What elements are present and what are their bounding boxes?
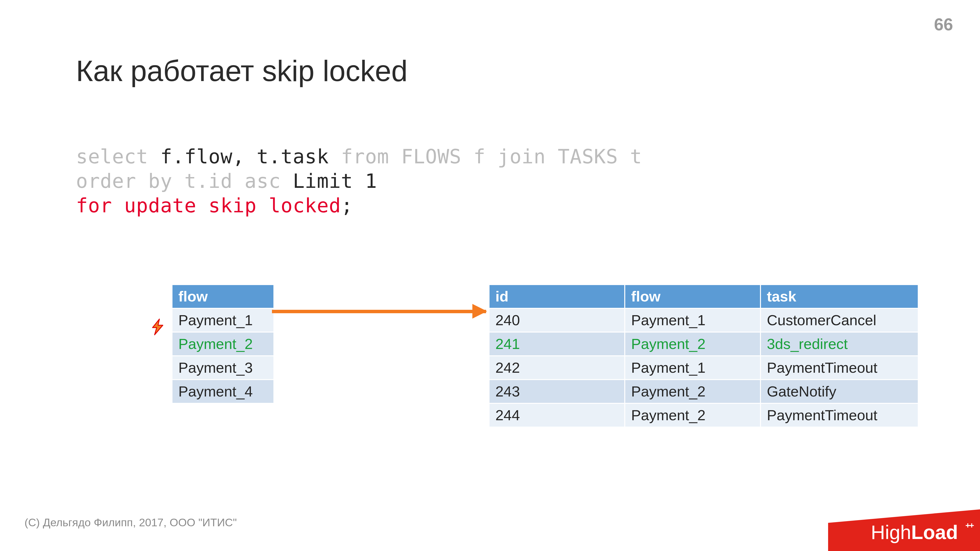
tasks-cell-id: 240 (490, 309, 624, 332)
logo-text-thin: High (871, 521, 911, 543)
table-row: Payment_2 (172, 333, 274, 355)
lightning-icon (150, 318, 167, 337)
tasks-cell-task: PaymentTimeout (761, 404, 918, 427)
table-row: 243Payment_2GateNotify (490, 380, 918, 403)
slide-title: Как работает skip locked (76, 54, 408, 88)
tasks-cell-flow: Payment_2 (625, 333, 760, 355)
table-row: Payment_1 (172, 309, 274, 332)
tasks-cell-task: GateNotify (761, 380, 918, 403)
tasks-header-id: id (490, 285, 624, 308)
sql-code-block: select f.flow, t.task from FLOWS f join … (76, 144, 642, 218)
page-number: 66 (934, 15, 953, 34)
flows-table: flow Payment_1Payment_2Payment_3Payment_… (172, 284, 274, 404)
logo-text: HighLoad (871, 521, 958, 544)
svg-marker-0 (153, 319, 163, 335)
flows-cell: Payment_3 (172, 356, 274, 379)
arrow-container (274, 284, 488, 313)
tasks-header-flow: flow (625, 285, 760, 308)
sql-semicolon: ; (341, 194, 353, 217)
flows-cell: Payment_1 (172, 309, 274, 332)
table-row: 244Payment_2PaymentTimeout (490, 404, 918, 427)
tasks-cell-flow: Payment_2 (625, 380, 760, 403)
tasks-header-task: task (761, 285, 918, 308)
table-row: 240Payment_1CustomerCancel (490, 309, 918, 332)
tasks-cell-flow: Payment_1 (625, 309, 760, 332)
sql-fields: f.flow, t.task (160, 145, 341, 168)
tasks-cell-task: CustomerCancel (761, 309, 918, 332)
flows-cell: Payment_2 (172, 333, 274, 355)
tasks-cell-task: 3ds_redirect (761, 333, 918, 355)
sql-order-by: order by t.id asc (76, 170, 293, 192)
table-row: Payment_4 (172, 380, 274, 403)
tasks-cell-id: 242 (490, 356, 624, 379)
table-row: 241Payment_23ds_redirect (490, 333, 918, 355)
flows-body: Payment_1Payment_2Payment_3Payment_4 (172, 309, 274, 403)
flows-cell: Payment_4 (172, 380, 274, 403)
tasks-cell-id: 244 (490, 404, 624, 427)
arrow-icon (272, 310, 486, 313)
highload-logo: HighLoad ++ (828, 510, 980, 551)
tasks-cell-id: 243 (490, 380, 624, 403)
logo-plus: ++ (965, 521, 973, 530)
tasks-body: 240Payment_1CustomerCancel241Payment_23d… (490, 309, 918, 427)
tasks-cell-flow: Payment_2 (625, 404, 760, 427)
flows-header-flow: flow (172, 285, 274, 308)
sql-limit: Limit 1 (293, 170, 377, 192)
sql-keyword: select (76, 145, 160, 168)
tasks-cell-id: 241 (490, 333, 624, 355)
tasks-cell-flow: Payment_1 (625, 356, 760, 379)
sql-for-update: for update skip locked (76, 194, 341, 217)
table-row: 242Payment_1PaymentTimeout (490, 356, 918, 379)
tasks-cell-task: PaymentTimeout (761, 356, 918, 379)
sql-from-join: from FLOWS f join TASKS t (341, 145, 642, 168)
table-row: Payment_3 (172, 356, 274, 379)
tables-area: flow Payment_1Payment_2Payment_3Payment_… (172, 284, 919, 427)
footer-copyright: (C) Дельгядо Филипп, 2017, ООО "ИТИС" (24, 516, 237, 529)
tasks-table: id flow task 240Payment_1CustomerCancel2… (488, 284, 919, 427)
logo-text-bold: Load (911, 521, 958, 543)
